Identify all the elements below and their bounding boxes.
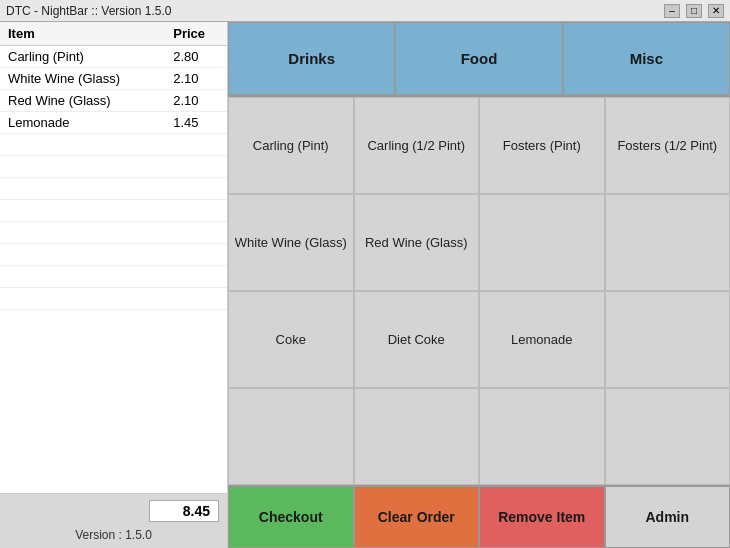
table-row[interactable]: Carling (Pint)2.80 [0, 46, 227, 68]
item-btn-empty [605, 388, 731, 485]
price-cell: 2.10 [165, 68, 227, 90]
price-cell: 2.80 [165, 46, 227, 68]
empty-row [0, 244, 227, 266]
main-layout: Item Price Carling (Pint)2.80White Wine … [0, 22, 730, 548]
right-panel: DrinksFoodMisc Carling (Pint)Carling (1/… [228, 22, 730, 548]
item-btn-empty [605, 291, 731, 388]
minimize-button[interactable]: – [664, 4, 680, 18]
price-cell: 1.45 [165, 112, 227, 134]
item-btn-fosters-(1/2-pint)[interactable]: Fosters (1/2 Pint) [605, 97, 731, 194]
category-btn-misc[interactable]: Misc [563, 22, 730, 95]
empty-row [0, 178, 227, 200]
left-bottom: 8.45 Version : 1.5.0 [0, 493, 227, 548]
category-row: DrinksFoodMisc [228, 22, 730, 97]
item-btn-lemonade[interactable]: Lemonade [479, 291, 605, 388]
price-column-header: Price [165, 22, 227, 46]
table-row[interactable]: Lemonade1.45 [0, 112, 227, 134]
table-row[interactable]: White Wine (Glass)2.10 [0, 68, 227, 90]
item-btn-white-wine-(glass)[interactable]: White Wine (Glass) [228, 194, 354, 291]
item-btn-red-wine-(glass)[interactable]: Red Wine (Glass) [354, 194, 480, 291]
clear-order-button[interactable]: Clear Order [354, 486, 480, 548]
item-cell: White Wine (Glass) [0, 68, 165, 90]
checkout-button[interactable]: Checkout [228, 486, 354, 548]
category-btn-drinks[interactable]: Drinks [228, 22, 395, 95]
action-row: CheckoutClear OrderRemove ItemAdmin [228, 486, 730, 548]
maximize-button[interactable]: □ [686, 4, 702, 18]
item-cell: Carling (Pint) [0, 46, 165, 68]
price-cell: 2.10 [165, 90, 227, 112]
item-btn-diet-coke[interactable]: Diet Coke [354, 291, 480, 388]
empty-row [0, 288, 227, 310]
order-table: Item Price Carling (Pint)2.80White Wine … [0, 22, 227, 493]
close-button[interactable]: ✕ [708, 4, 724, 18]
item-btn-empty [479, 388, 605, 485]
title-text: DTC - NightBar :: Version 1.5.0 [6, 4, 171, 18]
item-column-header: Item [0, 22, 165, 46]
items-grid: Carling (Pint)Carling (1/2 Pint)Fosters … [228, 97, 730, 486]
item-btn-empty [354, 388, 480, 485]
item-btn-fosters-(pint)[interactable]: Fosters (Pint) [479, 97, 605, 194]
empty-row [0, 156, 227, 178]
item-btn-empty [228, 388, 354, 485]
left-panel: Item Price Carling (Pint)2.80White Wine … [0, 22, 228, 548]
empty-row [0, 200, 227, 222]
admin-button[interactable]: Admin [605, 486, 731, 548]
item-btn-carling-(1/2-pint)[interactable]: Carling (1/2 Pint) [354, 97, 480, 194]
total-display: 8.45 [149, 500, 219, 522]
empty-row [0, 222, 227, 244]
category-btn-food[interactable]: Food [395, 22, 562, 95]
title-bar: DTC - NightBar :: Version 1.5.0 – □ ✕ [0, 0, 730, 22]
version-label: Version : 1.5.0 [75, 528, 152, 542]
item-cell: Lemonade [0, 112, 165, 134]
empty-row [0, 266, 227, 288]
item-btn-coke[interactable]: Coke [228, 291, 354, 388]
item-cell: Red Wine (Glass) [0, 90, 165, 112]
empty-row [0, 134, 227, 156]
item-btn-empty [605, 194, 731, 291]
table-row[interactable]: Red Wine (Glass)2.10 [0, 90, 227, 112]
window-controls: – □ ✕ [664, 4, 724, 18]
item-btn-empty [479, 194, 605, 291]
remove-item-button[interactable]: Remove Item [479, 486, 605, 548]
item-btn-carling-(pint)[interactable]: Carling (Pint) [228, 97, 354, 194]
